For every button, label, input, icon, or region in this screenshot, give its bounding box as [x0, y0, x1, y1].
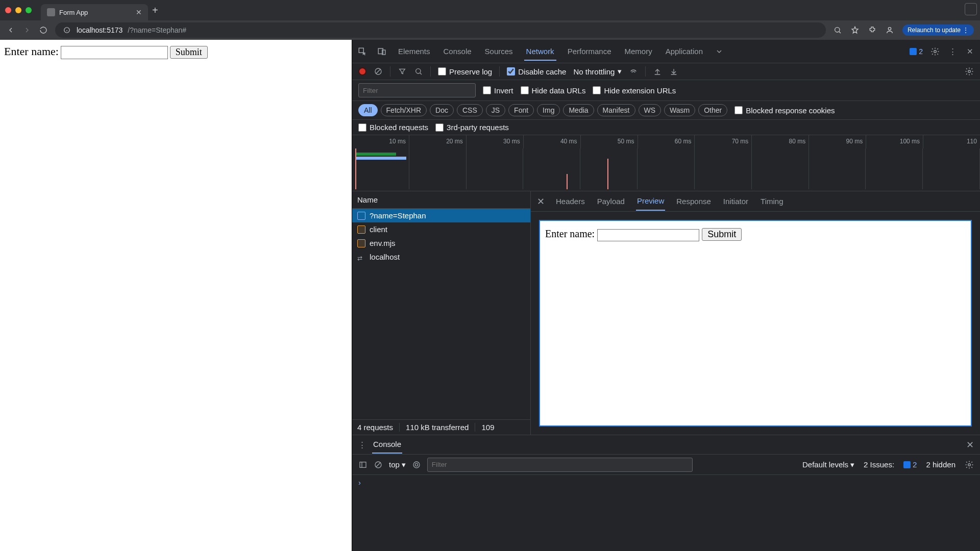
request-row[interactable]: client	[352, 222, 530, 236]
record-icon[interactable]	[358, 67, 366, 76]
tab-network[interactable]: Network	[524, 42, 556, 61]
tab-performance[interactable]: Performance	[566, 42, 614, 61]
disable-cache-checkbox[interactable]: Disable cache	[507, 67, 566, 76]
network-timeline[interactable]: 10 ms 20 ms 30 ms 40 ms 50 ms 60 ms 70 m…	[352, 135, 980, 191]
tab-initiator[interactable]: Initiator	[722, 192, 749, 210]
submit-button[interactable]: Submit	[170, 46, 208, 59]
extensions-icon[interactable]	[868, 26, 877, 35]
tab-console[interactable]: Console	[442, 42, 474, 61]
minimize-window-icon[interactable]	[15, 7, 21, 13]
inspect-icon[interactable]	[357, 46, 368, 57]
url-host: localhost:5173	[77, 26, 122, 34]
tab-application[interactable]: Application	[664, 42, 705, 61]
network-status-bar: 4 requests 110 kB transferred 109	[352, 419, 530, 435]
search-icon[interactable]	[414, 67, 423, 76]
type-all[interactable]: All	[358, 104, 378, 116]
reload-icon[interactable]	[39, 26, 48, 35]
new-tab-button[interactable]: +	[152, 5, 158, 16]
close-tab-icon[interactable]: ✕	[136, 8, 142, 16]
address-bar[interactable]: localhost:5173/?name=Stephan#	[55, 22, 826, 38]
type-doc[interactable]: Doc	[430, 104, 454, 116]
tab-title: Form App	[59, 9, 132, 16]
tab-headers[interactable]: Headers	[555, 192, 586, 210]
type-wasm[interactable]: Wasm	[664, 104, 695, 116]
relaunch-button[interactable]: Relaunch to update⋮	[902, 24, 974, 36]
drawer-kebab-icon[interactable]: ⋮	[358, 440, 365, 449]
hidden-count[interactable]: 2 hidden	[926, 460, 955, 469]
zoom-icon[interactable]	[833, 26, 842, 35]
more-tabs-icon[interactable]	[714, 46, 724, 57]
invert-checkbox[interactable]: Invert	[483, 86, 513, 95]
tab-sources[interactable]: Sources	[483, 42, 515, 61]
timeline-tick: 20 ms	[409, 135, 467, 148]
type-css[interactable]: CSS	[457, 104, 483, 116]
clear-console-icon[interactable]	[374, 460, 383, 469]
upload-har-icon[interactable]	[653, 67, 662, 76]
browser-tab[interactable]: Form App ✕	[41, 4, 148, 20]
tab-payload[interactable]: Payload	[596, 192, 626, 210]
svg-point-2	[888, 28, 891, 30]
type-img[interactable]: Img	[537, 104, 560, 116]
console-sidebar-icon[interactable]	[358, 460, 368, 469]
tab-response[interactable]: Response	[675, 192, 712, 210]
issues-count[interactable]: 2	[903, 460, 917, 469]
blocked-cookies-checkbox[interactable]: Blocked response cookies	[734, 106, 835, 115]
name-input[interactable]	[61, 46, 168, 59]
live-expression-icon[interactable]	[412, 460, 421, 469]
favicon-icon	[47, 8, 55, 16]
console-filter-input[interactable]	[427, 458, 693, 472]
settings-icon[interactable]	[930, 46, 940, 57]
bookmark-icon[interactable]	[850, 26, 860, 35]
tab-timing[interactable]: Timing	[760, 192, 784, 210]
issues-badge[interactable]: 2	[910, 47, 923, 56]
close-devtools-icon[interactable]: ✕	[965, 46, 975, 57]
request-row[interactable]: ?name=Stephan	[352, 209, 530, 222]
console-prompt[interactable]: ›	[352, 475, 980, 490]
drawer-tab-console[interactable]: Console	[372, 436, 402, 454]
preview-submit-button[interactable]: Submit	[702, 228, 742, 241]
network-conditions-icon[interactable]	[629, 67, 638, 76]
device-toggle-icon[interactable]	[377, 46, 387, 57]
profile-icon[interactable]	[885, 26, 894, 35]
preserve-log-checkbox[interactable]: Preserve log	[438, 67, 492, 76]
hide-data-urls-checkbox[interactable]: Hide data URLs	[521, 86, 586, 95]
network-settings-icon[interactable]	[965, 67, 974, 76]
zoom-window-icon[interactable]	[26, 7, 32, 13]
name-header[interactable]: Name	[352, 191, 530, 209]
kebab-icon[interactable]: ⋮	[947, 46, 958, 57]
log-levels-select[interactable]: Default levels▾	[802, 460, 854, 469]
site-info-icon[interactable]	[62, 26, 71, 35]
request-row[interactable]: env.mjs	[352, 236, 530, 250]
preview-name-input[interactable]	[597, 229, 699, 241]
tab-memory[interactable]: Memory	[623, 42, 654, 61]
forward-icon[interactable]	[22, 26, 32, 35]
type-js[interactable]: JS	[486, 104, 505, 116]
third-party-checkbox[interactable]: 3rd-party requests	[435, 123, 509, 132]
execution-context-select[interactable]: top▾	[389, 460, 406, 469]
request-row[interactable]: localhost	[352, 250, 530, 264]
type-manifest[interactable]: Manifest	[597, 104, 635, 116]
console-settings-icon[interactable]	[965, 460, 974, 469]
throttling-select[interactable]: No throttling▾	[573, 67, 622, 76]
browser-toolbar: localhost:5173/?name=Stephan# Relaunch t…	[0, 20, 980, 40]
type-fetch[interactable]: Fetch/XHR	[381, 104, 427, 116]
filter-icon[interactable]	[398, 67, 407, 76]
close-detail-icon[interactable]: ✕	[537, 196, 545, 207]
download-har-icon[interactable]	[669, 67, 678, 76]
tab-elements[interactable]: Elements	[396, 42, 432, 61]
close-drawer-icon[interactable]: ✕	[966, 439, 974, 450]
back-icon[interactable]	[6, 26, 15, 35]
hide-extension-urls-checkbox[interactable]: Hide extension URLs	[593, 86, 676, 95]
clear-icon[interactable]	[374, 67, 383, 76]
type-other[interactable]: Other	[698, 104, 727, 116]
close-window-icon[interactable]	[5, 7, 11, 13]
timeline-tick: 50 ms	[581, 135, 638, 148]
network-filter-input[interactable]	[358, 83, 476, 97]
blocked-requests-checkbox[interactable]: Blocked requests	[358, 123, 428, 132]
restore-down-icon[interactable]	[965, 3, 977, 15]
type-media[interactable]: Media	[563, 104, 594, 116]
type-ws[interactable]: WS	[639, 104, 662, 116]
tab-preview[interactable]: Preview	[636, 192, 665, 211]
timeline-tick: 70 ms	[695, 135, 752, 148]
type-font[interactable]: Font	[508, 104, 534, 116]
